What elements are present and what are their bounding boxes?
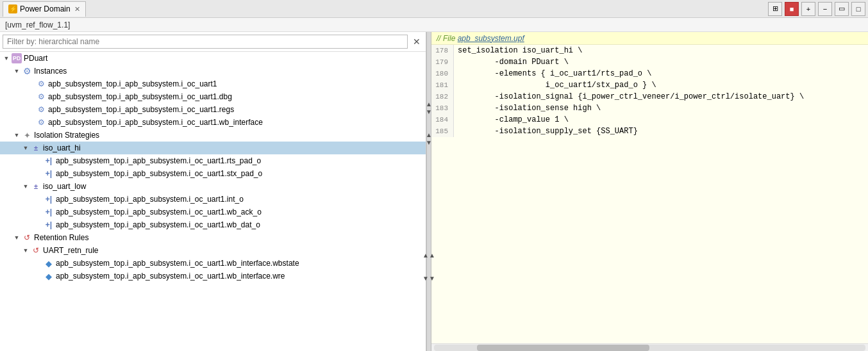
expander-iso-low-int: ▶ <box>35 195 42 203</box>
code-line-179: 179 -domain PDuart \ <box>431 56 868 68</box>
scrollbar-thumb[interactable] <box>477 345 649 351</box>
power-domain-tab[interactable]: ⚡ Power Domain ✕ <box>3 1 86 17</box>
nav-arrows-4: ▼▼ <box>424 275 433 282</box>
tree-node-iso-hi-rts[interactable]: ▶ +| apb_subsystem_top.i_apb_subsystem.i… <box>0 154 426 167</box>
stop-button[interactable]: ■ <box>785 2 799 16</box>
nav-arrow-up-2[interactable]: ▲ <box>426 131 432 139</box>
expander-uart-retn[interactable]: ▼ <box>22 247 29 254</box>
tree-node-iso-uart-low[interactable]: ▼ ± iso_uart_low <box>0 180 426 193</box>
tree-node-retention[interactable]: ▼ ↺ Retention Rules <box>0 231 426 244</box>
restore-button[interactable]: ▭ <box>835 2 849 16</box>
label-iso-hi-stx: apb_subsystem_top.i_apb_subsystem.i_oc_u… <box>56 169 262 178</box>
iso-hi-icon: ± <box>31 143 41 153</box>
tab-bar-left: ⚡ Power Domain ✕ <box>3 1 86 17</box>
subtract-button[interactable]: − <box>818 2 832 16</box>
iso-pin-rts-icon: +| <box>44 156 54 166</box>
tree-node-instances[interactable]: ▼ ⚙ Instances <box>0 65 426 78</box>
add-button[interactable]: + <box>801 2 815 16</box>
tab-label: Power Domain <box>20 4 71 13</box>
diamond-wbstate-icon: ◆ <box>44 258 54 268</box>
code-text-183: -isolation_sense high \ <box>458 102 601 114</box>
expander-iso-low-wb-ack: ▶ <box>35 208 42 216</box>
scrollbar-track[interactable] <box>434 345 865 351</box>
nav-arrows: ▲ ▼ <box>424 101 433 116</box>
tab-close-button[interactable]: ✕ <box>74 5 80 13</box>
tree-node-iso-hi-stx[interactable]: ▶ +| apb_subsystem_top.i_apb_subsystem.i… <box>0 167 426 180</box>
code-text-184: -clamp_value 1 \ <box>458 114 569 126</box>
nav-arrow-up-3[interactable]: ▲▲ <box>422 252 435 259</box>
expander-inst3[interactable]: ▶ <box>27 106 35 113</box>
expander-iso-hi[interactable]: ▼ <box>22 144 29 152</box>
uart-retn-icon: ↺ <box>31 245 41 256</box>
expander-instances[interactable]: ▼ <box>13 67 21 75</box>
line-num-179: 179 <box>431 56 454 68</box>
filter-clear-button[interactable]: ✕ <box>410 35 423 48</box>
tree-node-retn-wre[interactable]: ▶ ◆ apb_subsystem_top.i_apb_subsystem.i_… <box>0 270 426 282</box>
code-area[interactable]: 178 set_isolation iso_uart_hi \ 179 -dom… <box>431 45 868 343</box>
tree-node-pduart[interactable]: ▼ PD PDuart <box>0 52 426 65</box>
expander-inst4[interactable]: ▶ <box>27 118 35 126</box>
file-comment: // File <box>437 34 455 43</box>
expander-iso-hi-stx: ▶ <box>35 170 42 177</box>
tree-node-inst1[interactable]: ▶ ⚙ apb_subsystem_top.i_apb_subsystem.i_… <box>0 78 426 90</box>
tree-node-isolation[interactable]: ▼ ✦ Isolation Strategies <box>0 129 426 142</box>
line-num-178: 178 <box>431 45 454 56</box>
expander-iso-low[interactable]: ▼ <box>22 183 29 190</box>
breadcrumb: [uvm_ref_flow_1.1] <box>0 18 868 32</box>
iso-pin-wb-dat-icon: +| <box>44 220 54 230</box>
tree-node-iso-uart-hi[interactable]: ▼ ± iso_uart_hi <box>0 142 426 154</box>
tree-node-retn-wbstate[interactable]: ▶ ◆ apb_subsystem_top.i_apb_subsystem.i_… <box>0 257 426 270</box>
label-inst3: apb_subsystem_top.i_apb_subsystem.i_oc_u… <box>48 105 234 114</box>
nav-arrow-down-3[interactable]: ▼▼ <box>422 275 435 282</box>
right-panel: // File apb_subsystem.upf 178 set_isolat… <box>431 32 868 351</box>
label-inst1: apb_subsystem_top.i_apb_subsystem.i_oc_u… <box>48 79 217 88</box>
line-num-182: 182 <box>431 91 454 102</box>
expander-inst2[interactable]: ▶ <box>27 93 35 101</box>
code-line-184: 184 -clamp_value 1 \ <box>431 114 868 126</box>
expander-inst1[interactable]: ▶ <box>27 80 35 88</box>
label-iso-low-wb-ack: apb_subsystem_top.i_apb_subsystem.i_oc_u… <box>56 208 262 216</box>
nav-arrow-down-2[interactable]: ▼ <box>426 139 432 147</box>
left-panel: ✕ ▼ PD PDuart ▼ ⚙ Instances ▶ ⚙ apb_subs… <box>0 32 426 351</box>
expander-iso-hi-rts: ▶ <box>35 157 42 165</box>
tree-node-inst2[interactable]: ▶ ⚙ apb_subsystem_top.i_apb_subsystem.i_… <box>0 90 426 103</box>
code-text-182: -isolation_signal {i_power_ctrl_veneer/i… <box>458 91 804 102</box>
iso-pin-stx-icon: +| <box>44 168 54 179</box>
label-retn-wre: apb_subsystem_top.i_apb_subsystem.i_oc_u… <box>56 272 285 281</box>
panel-splitter[interactable]: ▲ ▼ ▲ ▼ ▲▲ ▼▼ <box>426 32 431 351</box>
code-line-182: 182 -isolation_signal {i_power_ctrl_vene… <box>431 91 868 102</box>
inst4-icon: ⚙ <box>36 117 46 127</box>
label-iso-low-int: apb_subsystem_top.i_apb_subsystem.i_oc_u… <box>56 195 244 204</box>
nav-arrow-up[interactable]: ▲ <box>426 101 432 108</box>
tree-node-iso-low-wb-ack[interactable]: ▶ +| apb_subsystem_top.i_apb_subsystem.i… <box>0 206 426 218</box>
expander-pduart[interactable]: ▼ <box>3 54 10 62</box>
tree-node-inst4[interactable]: ▶ ⚙ apb_subsystem_top.i_apb_subsystem.i_… <box>0 116 426 129</box>
expander-isolation[interactable]: ▼ <box>13 131 21 139</box>
bottom-scrollbar[interactable] <box>431 343 868 351</box>
line-num-181: 181 <box>431 79 454 91</box>
inst2-icon: ⚙ <box>36 92 46 102</box>
label-iso-low: iso_uart_low <box>43 182 86 191</box>
label-iso-hi: iso_uart_hi <box>43 143 81 152</box>
label-inst4: apb_subsystem_top.i_apb_subsystem.i_oc_u… <box>48 118 263 127</box>
nav-arrow-down[interactable]: ▼ <box>426 108 432 116</box>
inst3-icon: ⚙ <box>36 104 46 115</box>
code-text-180: -elements { i_oc_uart1/rts_pad_o \ <box>458 68 651 79</box>
breadcrumb-text: [uvm_ref_flow_1.1] <box>5 20 70 29</box>
nav-arrows-2: ▲ ▼ <box>424 131 433 147</box>
view-toggle-button[interactable]: ⊞ <box>768 2 782 16</box>
label-iso-low-wb-dat: apb_subsystem_top.i_apb_subsystem.i_oc_u… <box>56 220 260 229</box>
expander-retention[interactable]: ▼ <box>13 234 21 241</box>
code-line-183: 183 -isolation_sense high \ <box>431 102 868 114</box>
tree-node-inst3[interactable]: ▶ ⚙ apb_subsystem_top.i_apb_subsystem.i_… <box>0 103 426 116</box>
label-retn-wbstate: apb_subsystem_top.i_apb_subsystem.i_oc_u… <box>56 259 299 268</box>
tree-panel[interactable]: ▼ PD PDuart ▼ ⚙ Instances ▶ ⚙ apb_subsys… <box>0 52 426 351</box>
pd-tab-icon: ⚡ <box>8 4 17 13</box>
tree-node-iso-low-wb-dat[interactable]: ▶ +| apb_subsystem_top.i_apb_subsystem.i… <box>0 218 426 231</box>
expander-iso-low-wb-dat: ▶ <box>35 221 42 229</box>
filter-input[interactable] <box>3 35 408 49</box>
label-pduart: PDuart <box>24 54 47 63</box>
tree-node-uart-retn[interactable]: ▼ ↺ UART_retn_rule <box>0 244 426 257</box>
maximize-button[interactable]: □ <box>851 2 865 16</box>
tree-node-iso-low-int[interactable]: ▶ +| apb_subsystem_top.i_apb_subsystem.i… <box>0 193 426 206</box>
